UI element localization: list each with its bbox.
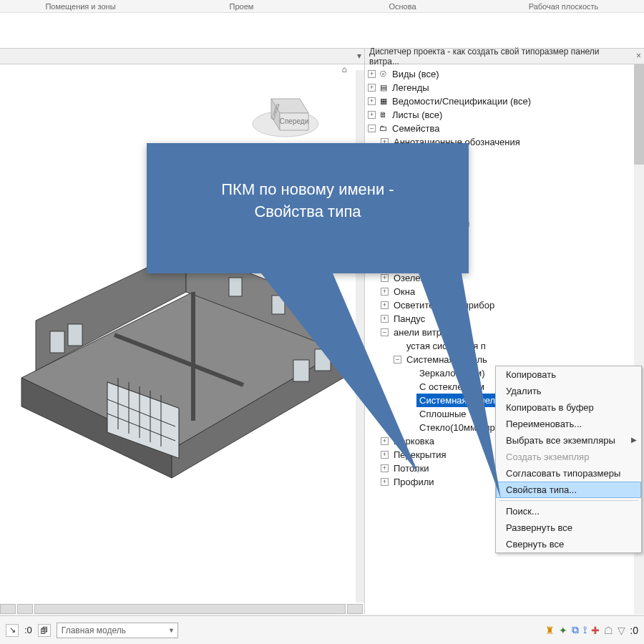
view-cube[interactable]: Спереди Слева	[250, 84, 321, 142]
context-menu-item[interactable]: Копировать	[496, 366, 641, 383]
status-icon[interactable]: ✦	[559, 625, 567, 636]
ribbon-panel-labels: Помещения и зоны Проем Основа Рабочая пл…	[0, 0, 644, 13]
project-browser-title: Диспетчер проекта - как создать свой тип…	[369, 47, 627, 67]
context-menu-item[interactable]: Переименовать...	[496, 416, 641, 432]
context-menu-item: Создать экземпляр	[496, 449, 641, 465]
status-right-icons: ♜ ✦ ⧉ ⟟ ✚ ☖ ▽ :0	[545, 624, 638, 636]
svg-marker-25	[261, 273, 419, 474]
cube-front-label: Спереди	[280, 117, 309, 125]
worksets-icon[interactable]: 🗐	[38, 624, 51, 637]
expand-icon[interactable]: +	[368, 70, 376, 78]
context-menu-item[interactable]: Развернуть все	[496, 519, 641, 536]
status-bar: ↘ :0 🗐 Главная модель ▼ ♜ ✦ ⧉ ⟟ ✚ ☖ ▽ :0	[0, 615, 644, 644]
filter-count: :0	[630, 625, 638, 636]
viewport-titlebar: ▾	[0, 49, 364, 64]
context-menu-item[interactable]: Согласовать типоразмеры	[496, 465, 641, 482]
submenu-arrow-icon: ▶	[631, 436, 637, 444]
context-menu-item[interactable]: Копировать в буфер	[496, 399, 641, 416]
selection-toggle-icon[interactable]: ↘	[6, 624, 19, 637]
expand-icon[interactable]: +	[368, 84, 376, 92]
svg-rect-11	[50, 331, 64, 353]
svg-rect-12	[68, 324, 82, 346]
viewport-options-dropdown-icon[interactable]: ▾	[357, 51, 361, 61]
instruction-callout: ПКМ по новому имени - Свойства типа	[147, 143, 469, 273]
tree-schedules[interactable]: Ведомости/Спецификации (все)	[391, 94, 532, 108]
chevron-down-icon: ▼	[168, 627, 175, 634]
callout-line2: Свойства типа	[168, 201, 447, 223]
ribbon-gap	[0, 13, 644, 49]
callout-tail-icon	[147, 273, 490, 488]
svg-marker-26	[419, 273, 501, 499]
context-menu-item[interactable]: Свернуть все	[496, 536, 641, 552]
workset-dropdown[interactable]: Главная модель ▼	[57, 623, 178, 638]
views-icon: ⦾	[378, 69, 389, 79]
status-icon[interactable]: ⟟	[583, 624, 587, 636]
context-menu-item[interactable]: Свойства типа...	[496, 482, 641, 498]
tree-families[interactable]: Семейства	[391, 122, 441, 135]
status-icon[interactable]: ⧉	[572, 624, 579, 636]
expand-icon[interactable]: +	[368, 111, 376, 119]
ribbon-label: Проем	[161, 0, 322, 12]
status-count: :0	[24, 625, 32, 635]
context-menu-item[interactable]: Удалить	[496, 383, 641, 399]
filter-icon[interactable]: ▽	[618, 625, 625, 636]
schedules-icon: ▦	[378, 96, 389, 107]
context-menu-item[interactable]: Поиск...	[496, 503, 641, 519]
sheets-icon: 🗎	[378, 109, 389, 120]
status-icon[interactable]: ♜	[545, 625, 555, 636]
families-icon: 🗀	[378, 123, 389, 134]
context-menu[interactable]: КопироватьУдалитьКопировать в буферПереи…	[495, 366, 642, 553]
legends-icon: ▤	[378, 82, 389, 93]
project-browser-titlebar[interactable]: Диспетчер проекта - как создать свой тип…	[365, 49, 644, 64]
tree-sheets[interactable]: Листы (все)	[391, 108, 444, 122]
tree-legends[interactable]: Легенды	[391, 81, 431, 94]
close-icon[interactable]: ×	[636, 51, 641, 61]
tree-views[interactable]: Виды (все)	[391, 67, 441, 81]
collapse-icon[interactable]: –	[368, 125, 376, 132]
status-icon[interactable]: ✚	[591, 625, 600, 636]
ribbon-label: Основа	[322, 0, 483, 12]
context-menu-item[interactable]: Выбрать все экземпляры▶	[496, 432, 641, 449]
ribbon-label: Помещения и зоны	[0, 0, 161, 12]
ribbon-label: Рабочая плоскость	[483, 0, 644, 12]
workset-value: Главная модель	[62, 625, 126, 635]
viewport-home-icon[interactable]: ⌂	[0, 64, 364, 74]
viewport-hscrollbar[interactable]	[0, 604, 364, 614]
status-icon[interactable]: ☖	[604, 625, 613, 636]
expand-icon[interactable]: +	[368, 97, 376, 105]
callout-line1: ПКМ по новому имени -	[168, 179, 447, 201]
